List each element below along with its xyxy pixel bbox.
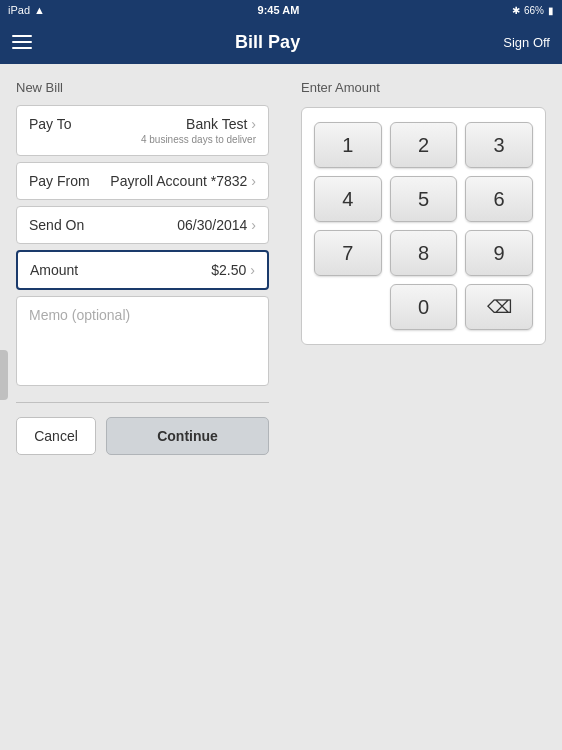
numpad-key-0[interactable]: 0 [390,284,458,330]
new-bill-label: New Bill [16,80,269,95]
numpad-key-5[interactable]: 5 [390,176,458,222]
right-panel: Enter Amount 1234567890⌫ [285,64,562,750]
amount-label: Amount [30,262,78,278]
send-on-row[interactable]: Send On 06/30/2014 › [16,206,269,244]
numpad-key-4[interactable]: 4 [314,176,382,222]
numpad-key-1[interactable]: 1 [314,122,382,168]
pay-to-row[interactable]: Pay To Bank Test › 4 business days to de… [16,105,269,156]
pay-to-value-container: Bank Test › 4 business days to deliver [141,116,256,145]
pay-from-chevron: › [251,173,256,189]
bluetooth-icon: ✱ [512,5,520,16]
battery-percent: 66% [524,5,544,16]
send-on-label: Send On [29,217,84,233]
left-panel: New Bill Pay To Bank Test › 4 business d… [0,64,285,750]
numpad-key-2[interactable]: 2 [390,122,458,168]
drag-handle[interactable] [0,350,8,400]
pay-from-value: Payroll Account *7832 › [110,173,256,189]
button-row: Cancel Continue [16,417,269,455]
amount-value: $2.50 › [211,262,255,278]
pay-to-sub: 4 business days to deliver [141,134,256,145]
header: Bill Pay Sign Off [0,20,562,64]
menu-icon[interactable] [12,35,32,49]
numpad-empty-key [314,284,382,330]
memo-placeholder: Memo (optional) [29,307,130,323]
numpad-grid: 1234567890⌫ [314,122,533,330]
device-label: iPad [8,4,30,16]
numpad-key-6[interactable]: 6 [465,176,533,222]
pay-to-chevron: › [251,116,256,132]
numpad-container: 1234567890⌫ [301,107,546,345]
status-bar-left: iPad ▲ [8,4,45,16]
divider [16,402,269,403]
page-title: Bill Pay [235,32,300,53]
status-bar-right: ✱ 66% ▮ [512,5,554,16]
pay-to-value: Bank Test › [186,116,256,132]
numpad-key-3[interactable]: 3 [465,122,533,168]
continue-button[interactable]: Continue [106,417,269,455]
status-bar: iPad ▲ 9:45 AM ✱ 66% ▮ [0,0,562,20]
amount-row[interactable]: Amount $2.50 › [16,250,269,290]
numpad-backspace-key[interactable]: ⌫ [465,284,533,330]
status-bar-time: 9:45 AM [258,4,300,16]
cancel-button[interactable]: Cancel [16,417,96,455]
wifi-icon: ▲ [34,4,45,16]
pay-from-label: Pay From [29,173,90,189]
pay-from-row[interactable]: Pay From Payroll Account *7832 › [16,162,269,200]
numpad-key-8[interactable]: 8 [390,230,458,276]
sign-off-button[interactable]: Sign Off [503,35,550,50]
memo-field[interactable]: Memo (optional) [16,296,269,386]
main-content: New Bill Pay To Bank Test › 4 business d… [0,64,562,750]
numpad-key-7[interactable]: 7 [314,230,382,276]
battery-icon: ▮ [548,5,554,16]
send-on-chevron: › [251,217,256,233]
send-on-value: 06/30/2014 › [177,217,256,233]
pay-to-label: Pay To [29,116,72,132]
numpad-key-9[interactable]: 9 [465,230,533,276]
enter-amount-label: Enter Amount [301,80,546,95]
amount-chevron: › [250,262,255,278]
